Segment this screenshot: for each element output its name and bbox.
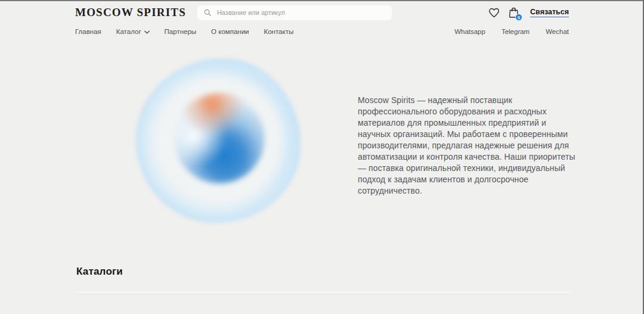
header: MOSCOW SPIRITS 0 Связать xyxy=(0,4,644,21)
cart-button[interactable]: 0 xyxy=(507,6,520,19)
catalogs-section-title: Каталоги xyxy=(76,266,123,278)
messenger-links: Whatsapp Telegram Wechat xyxy=(454,28,569,35)
cart-count-badge: 0 xyxy=(515,14,522,21)
nav-menu: Главная Каталог Партнеры О компании Конт… xyxy=(75,28,293,35)
catalogs-divider xyxy=(76,291,570,294)
nav-item-label: Каталог xyxy=(116,28,141,35)
nav-item-label: Партнеры xyxy=(165,28,196,35)
logo[interactable]: MOSCOW SPIRITS xyxy=(75,6,186,19)
chevron-down-icon xyxy=(144,30,150,34)
blob-core-sphere xyxy=(174,93,265,184)
search-icon xyxy=(203,8,212,17)
search-input[interactable] xyxy=(217,9,378,16)
heart-icon xyxy=(488,8,500,18)
main-nav: Главная Каталог Партнеры О компании Конт… xyxy=(0,27,644,36)
contact-link[interactable]: Связаться xyxy=(530,8,569,17)
wechat-link[interactable]: Wechat xyxy=(546,28,569,35)
nav-item-about[interactable]: О компании xyxy=(211,28,249,35)
nav-item-label: Контакты xyxy=(264,28,294,35)
favorites-button[interactable] xyxy=(487,6,500,19)
nav-item-contacts[interactable]: Контакты xyxy=(264,28,294,35)
search-bar[interactable] xyxy=(197,5,392,20)
about-text: Moscow Spirits — надежный поставщик проф… xyxy=(358,95,576,197)
nav-item-catalog[interactable]: Каталог xyxy=(116,28,150,35)
nav-item-partners[interactable]: Партнеры xyxy=(165,28,196,35)
whatsapp-link[interactable]: Whatsapp xyxy=(454,28,485,35)
header-actions: 0 Связаться xyxy=(487,6,569,19)
telegram-link[interactable]: Telegram xyxy=(501,28,530,35)
nav-item-label: Главная xyxy=(75,28,101,35)
nav-item-home[interactable]: Главная xyxy=(75,28,101,35)
nav-item-label: О компании xyxy=(211,28,249,35)
window-edge-top xyxy=(0,0,644,1)
hero-blob-illustration xyxy=(136,58,301,223)
